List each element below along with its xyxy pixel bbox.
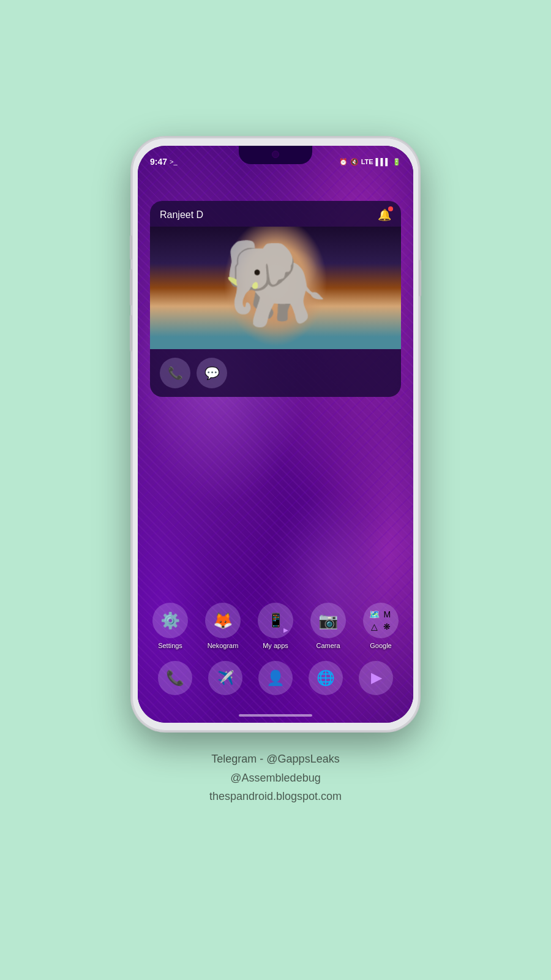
chrome-icon: 🌐 [317,669,335,687]
phone-mockup: 9:47 >_ ⏰ 🔇 LTE ▌▌▌ 🔋 Ranjeet D 🔔 [132,137,419,731]
volume-up-button [130,269,132,306]
contact-name: Ranjeet D [160,209,203,221]
contact-photo [150,227,401,349]
footer-line3: thespandroid.blogspot.com [209,787,342,806]
status-icons: ⏰ 🔇 LTE ▌▌▌ 🔋 [339,158,401,166]
phone-screen: 9:47 >_ ⏰ 🔇 LTE ▌▌▌ 🔋 Ranjeet D 🔔 [138,146,413,723]
settings-label: Settings [158,642,182,649]
bell-button[interactable]: 🔔 [378,208,391,222]
contact-card-header: Ranjeet D 🔔 [150,201,401,227]
settings-icon: ⚙️ [152,603,188,638]
app-row: ⚙️ Settings 🦊 Nekogram 📱 My apps 📷 Camer… [138,603,413,649]
contact-card-widget[interactable]: Ranjeet D 🔔 📞 💬 [150,201,401,397]
dock-chrome[interactable]: 🌐 [309,661,343,695]
lte-icon: LTE [361,158,373,165]
status-cursor: >_ [170,158,178,165]
nekogram-label: Nekogram [208,642,239,649]
myapps-label: My apps [263,642,288,649]
myapps-icon: 📱 [258,603,293,638]
dock: 📞 ✈️ 👤 🌐 ▶ [150,661,401,695]
contact-actions: 📞 💬 [150,349,401,397]
message-button[interactable]: 💬 [197,358,227,388]
notification-badge [388,206,393,211]
footer: Telegram - @GappsLeaks @Assembledebug th… [209,750,342,806]
app-item-settings[interactable]: ⚙️ Settings [148,603,192,649]
camera-label: Camera [316,642,340,649]
phone-icon: 📞 [166,669,184,687]
app-item-camera[interactable]: 📷 Camera [306,603,350,649]
volume-down-button [130,315,132,352]
dock-playstore[interactable]: ▶ [359,661,393,695]
status-bar: 9:47 >_ ⏰ 🔇 LTE ▌▌▌ 🔋 [138,146,413,172]
app-item-myapps[interactable]: 📱 My apps [253,603,298,649]
telegram-icon: ✈️ [217,670,234,686]
battery-icon: 🔋 [392,158,401,166]
status-time: 9:47 [150,157,167,167]
google-label: Google [370,642,391,649]
power-button [419,260,421,296]
nekogram-icon: 🦊 [205,603,241,638]
call-icon: 📞 [168,366,183,380]
contacts-icon: 👤 [266,669,285,687]
app-item-google[interactable]: 🗺️ M △ ❋ Google [359,603,403,649]
dock-contacts[interactable]: 👤 [258,661,293,695]
dock-phone[interactable]: 📞 [158,661,192,695]
google-folder-icon: 🗺️ M △ ❋ [363,603,399,638]
alarm-icon: ⏰ [339,158,348,166]
camera-icon: 📷 [310,603,346,638]
home-indicator[interactable] [239,714,312,717]
signal-icon: ▌▌▌ [376,158,390,165]
mute-button [130,235,132,260]
message-icon: 💬 [204,366,220,380]
footer-line2: @Assembledebug [209,769,342,788]
footer-line1: Telegram - @GappsLeaks [209,750,342,769]
app-item-nekogram[interactable]: 🦊 Nekogram [201,603,245,649]
call-button[interactable]: 📞 [160,358,190,388]
dock-telegram[interactable]: ✈️ [208,661,242,695]
playstore-icon: ▶ [371,670,381,686]
mute-icon: 🔇 [350,158,359,166]
